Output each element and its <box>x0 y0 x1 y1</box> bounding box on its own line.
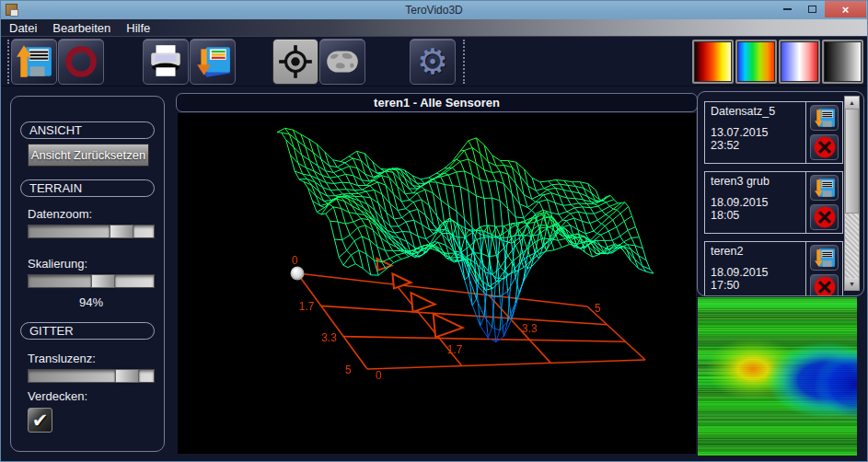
menubar: Datei Bearbeiten Hilfe <box>1 19 867 37</box>
dataset-panel: Datensatz_5 13.07.2015 23:52 <box>697 91 864 296</box>
delete-x-icon <box>813 135 837 159</box>
transluzenz-slider-handle[interactable] <box>115 369 139 383</box>
floppy-arrow-down-small-icon <box>814 178 836 198</box>
skalierung-value: 94% <box>28 295 155 309</box>
dataset-card: Datensatz_5 13.07.2015 23:52 <box>704 101 843 164</box>
window-title: TeroVido3D <box>1 4 867 17</box>
dataset-name: teren3 grub <box>711 175 805 188</box>
dataset-save-button[interactable] <box>810 105 839 131</box>
center-view-button[interactable] <box>272 39 318 85</box>
datenzoom-slider[interactable] <box>28 225 155 238</box>
colormap-button-rainbow[interactable] <box>735 40 777 84</box>
maximize-button[interactable] <box>800 1 825 17</box>
save-view-button[interactable] <box>190 39 236 85</box>
menu-item-bearbeiten[interactable]: Bearbeiten <box>52 21 110 35</box>
maximize-icon <box>808 6 816 13</box>
dataset-card: teren2 18.09.2015 17:50 <box>704 241 843 296</box>
settings-button[interactable]: ⚙ <box>410 39 456 85</box>
skalierung-slider-handle[interactable] <box>91 274 115 288</box>
globe-icon <box>323 42 362 81</box>
terrain-3d-view[interactable] <box>178 113 696 454</box>
dataset-time: 23:52 <box>711 139 805 152</box>
floppy-arrow-down-small-icon <box>814 108 836 128</box>
terrain-group-label: TERRAIN <box>20 179 155 197</box>
content-area: ANSICHT Ansicht Zurücksetzen TERRAIN Dat… <box>1 87 868 462</box>
close-button[interactable]: × <box>825 1 866 17</box>
delete-x-icon <box>813 205 837 229</box>
dataset-save-button[interactable] <box>810 245 839 271</box>
titlebar: TeroVido3D × <box>1 1 867 19</box>
scrollbar-up-button[interactable]: ▲ <box>845 97 859 109</box>
verdecken-checkbox[interactable]: ✔ <box>28 408 52 433</box>
skalierung-label: Skalierung: <box>28 257 87 271</box>
menu-item-hilfe[interactable]: Hilfe <box>126 21 150 35</box>
sidebar: ANSICHT Ansicht Zurücksetzen TERRAIN Dat… <box>10 96 165 452</box>
dataset-date: 13.07.2015 <box>711 126 805 139</box>
floppy-arrow-up-icon <box>15 42 53 81</box>
dataset-date: 18.09.2015 <box>711 266 805 279</box>
toolbar-separator <box>463 40 465 84</box>
ansicht-group-label: ANSICHT <box>20 121 155 139</box>
floppy-arrow-down-icon <box>193 42 232 81</box>
plot-title: teren1 - Alle Sensoren <box>176 93 698 112</box>
minimize-icon <box>783 8 792 10</box>
scrollbar-track[interactable] <box>845 109 859 278</box>
reset-view-button[interactable]: Ansicht Zurücksetzen <box>28 144 149 167</box>
gear-icon: ⚙ <box>417 44 448 79</box>
toolbar-separator <box>7 40 9 84</box>
verdecken-label: Verdecken: <box>28 389 87 403</box>
skalierung-slider[interactable] <box>28 274 155 288</box>
dataset-date: 18.09.2015 <box>711 196 805 209</box>
dataset-save-button[interactable] <box>810 175 839 201</box>
dataset-delete-button[interactable] <box>810 274 839 296</box>
load-button[interactable] <box>11 39 57 85</box>
gitter-group-label: GITTER <box>20 322 155 340</box>
record-button[interactable] <box>58 39 104 85</box>
list-scrollbar[interactable]: ▲ ▼ <box>844 96 860 291</box>
colormap-button-coolwarm[interactable] <box>779 40 820 84</box>
datenzoom-label: Datenzoom: <box>28 207 92 221</box>
printer-icon <box>146 42 185 81</box>
toolbar: ⚙ <box>1 37 867 87</box>
dataset-time: 17:50 <box>711 279 805 292</box>
scrollbar-down-button[interactable]: ▼ <box>845 278 859 290</box>
dataset-card: teren3 grub 18.09.2015 18:05 <box>704 171 843 234</box>
print-button[interactable] <box>143 39 189 85</box>
delete-x-icon <box>813 275 837 296</box>
transluzenz-slider[interactable] <box>28 369 155 383</box>
dataset-delete-button[interactable] <box>810 134 839 160</box>
dataset-name: teren2 <box>711 245 805 258</box>
menu-item-datei[interactable]: Datei <box>9 21 37 35</box>
crosshair-icon <box>276 42 315 81</box>
dataset-time: 18:05 <box>711 209 805 222</box>
heatmap-view[interactable] <box>698 297 857 456</box>
dataset-delete-button[interactable] <box>810 204 839 230</box>
floppy-arrow-down-small-icon <box>814 248 836 268</box>
app-window: TeroVido3D × Datei Bearbeiten Hilfe <box>0 0 868 462</box>
scrollbar-thumb[interactable] <box>845 109 859 214</box>
record-ring-icon <box>62 42 100 81</box>
colormap-button-heat[interactable] <box>692 40 734 84</box>
map-button[interactable] <box>319 39 365 85</box>
minimize-button[interactable] <box>775 1 800 17</box>
dataset-name: Datensatz_5 <box>711 105 805 118</box>
check-icon: ✔ <box>32 410 49 430</box>
colormap-button-grayscale[interactable] <box>822 40 863 84</box>
transluzenz-label: Transluzenz: <box>28 352 96 365</box>
datenzoom-slider-handle[interactable] <box>110 225 133 238</box>
